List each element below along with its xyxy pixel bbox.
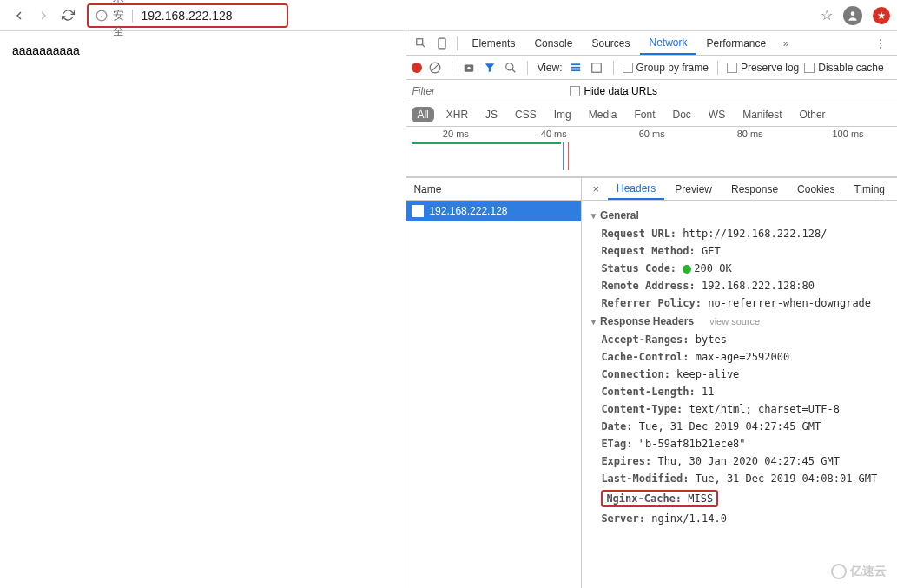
svg-point-3 [851,11,855,16]
domcontentloaded-line [563,142,564,170]
hide-data-urls-checkbox[interactable]: Hide data URLs [570,85,657,97]
type-css[interactable]: CSS [510,107,542,122]
devtools-panel: Elements Console Sources Network Perform… [406,31,897,588]
filter-toggle-icon[interactable] [482,60,498,76]
close-detail-icon[interactable]: × [585,182,606,195]
tab-console[interactable]: Console [525,31,581,55]
request-list: Name 192.168.222.128 [406,178,582,588]
header-row: Content-Type: text/html; charset=UTF-8 [582,400,897,418]
svg-point-11 [506,63,513,69]
request-name: 192.168.222.128 [429,205,507,217]
search-icon[interactable] [503,60,518,76]
separator: │ [129,10,136,22]
type-filter-row: All XHR JS CSS Img Media Font Doc WS Man… [406,102,897,127]
document-icon [412,205,424,217]
type-media[interactable]: Media [584,107,623,122]
header-row: Expires: Thu, 30 Jan 2020 04:27:45 GMT [582,453,897,470]
svg-rect-14 [571,66,580,68]
type-ws[interactable]: WS [703,107,730,122]
tab-timing[interactable]: Timing [845,178,894,200]
svg-rect-15 [571,69,580,71]
header-row: Status Code: 200 OK [582,260,897,277]
type-img[interactable]: Img [549,107,577,122]
status-dot-icon [683,265,691,274]
group-by-frame-checkbox[interactable]: Group by frame [623,62,709,74]
preserve-log-checkbox[interactable]: Preserve log [727,62,799,74]
inspect-element-icon[interactable] [412,34,431,53]
header-row: Accept-Ranges: bytes [582,331,897,348]
highlighted-header: Nginx-Cache: MISS [601,490,718,507]
header-row: Request URL: http://192.168.222.128/ [582,225,897,242]
tab-cookies[interactable]: Cookies [788,178,843,200]
tab-sources[interactable]: Sources [583,31,638,55]
url-input[interactable] [142,9,294,23]
header-row: Remote Address: 192.168.222.128:80 [582,277,897,294]
headers-panel: GeneralRequest URL: http://192.168.222.1… [582,201,897,588]
view-source-link[interactable]: view source [709,316,760,327]
record-button[interactable] [412,63,422,73]
load-line [568,142,569,170]
extension-badge-icon[interactable] [873,7,890,24]
reload-button[interactable] [56,3,80,28]
device-toggle-icon[interactable] [432,34,452,53]
profile-avatar[interactable] [843,6,862,25]
detail-tabs: × Headers Preview Response Cookies Timin… [582,178,897,201]
site-info-icon[interactable] [96,10,108,22]
more-tabs-icon[interactable]: » [776,34,795,53]
timeline-request-bar [412,142,561,144]
header-row: Request Method: GET [582,242,897,260]
devtools-tabs: Elements Console Sources Network Perform… [406,31,897,56]
type-xhr[interactable]: XHR [441,107,473,122]
svg-rect-16 [591,63,601,72]
network-toolbar: View: Group by frame Preserve log Disabl… [406,56,897,80]
request-row[interactable]: 192.168.222.128 [406,201,581,221]
svg-line-12 [512,69,516,72]
header-row: Nginx-Cache: MISS [582,487,897,510]
type-manifest[interactable]: Manifest [737,107,787,122]
capture-screenshot-icon[interactable] [461,60,477,76]
header-row: Connection: keep-alive [582,366,897,383]
type-font[interactable]: Font [629,107,660,122]
timeline-ticks: 20 ms 40 ms 60 ms 80 ms 100 ms [406,129,897,139]
svg-line-8 [432,63,439,71]
type-js[interactable]: JS [480,107,503,122]
bookmark-icon[interactable]: ☆ [821,7,833,23]
tab-performance[interactable]: Performance [698,31,775,55]
large-view-icon[interactable] [589,60,604,76]
svg-point-10 [468,66,472,69]
header-row: Last-Modified: Tue, 31 Dec 2019 04:08:01… [582,470,897,487]
filter-input[interactable] [412,85,559,97]
tab-elements[interactable]: Elements [463,31,524,55]
devtools-menu-icon[interactable]: ⋮ [869,36,892,50]
tab-network[interactable]: Network [640,31,696,55]
forward-button[interactable] [31,3,56,28]
view-label: View: [537,62,562,74]
header-row: Referrer Policy: no-referrer-when-downgr… [582,294,897,312]
tab-preview[interactable]: Preview [666,178,721,200]
header-row: Date: Tue, 31 Dec 2019 04:27:45 GMT [582,418,897,435]
back-button[interactable] [7,3,31,28]
page-body: aaaaaaaaaa [0,31,406,588]
filter-row: Hide data URLs [406,80,897,102]
list-view-icon[interactable] [568,60,584,76]
tab-response[interactable]: Response [722,178,787,200]
request-detail: × Headers Preview Response Cookies Timin… [582,178,897,588]
header-row: Server: nginx/1.14.0 [582,510,897,527]
section-header[interactable]: General [582,206,897,225]
type-doc[interactable]: Doc [668,107,696,122]
header-row: Cache-Control: max-age=2592000 [582,348,897,366]
disable-cache-checkbox[interactable]: Disable cache [804,62,883,74]
page-text: aaaaaaaaaa [12,43,80,57]
type-other[interactable]: Other [795,107,831,122]
waterfall-timeline[interactable]: 20 ms 40 ms 60 ms 80 ms 100 ms [406,127,897,177]
svg-rect-13 [571,63,580,65]
tab-headers[interactable]: Headers [608,178,664,200]
column-header-name[interactable]: Name [406,178,581,201]
section-header[interactable]: Response Headersview source [582,312,897,331]
address-bar[interactable]: 不安全 │ [87,3,288,28]
browser-toolbar: 不安全 │ ☆ [0,0,897,31]
header-row: ETag: "b-59af81b21ece8" [582,435,897,453]
clear-icon[interactable] [427,60,443,76]
type-all[interactable]: All [412,107,433,122]
header-row: Content-Length: 11 [582,383,897,400]
